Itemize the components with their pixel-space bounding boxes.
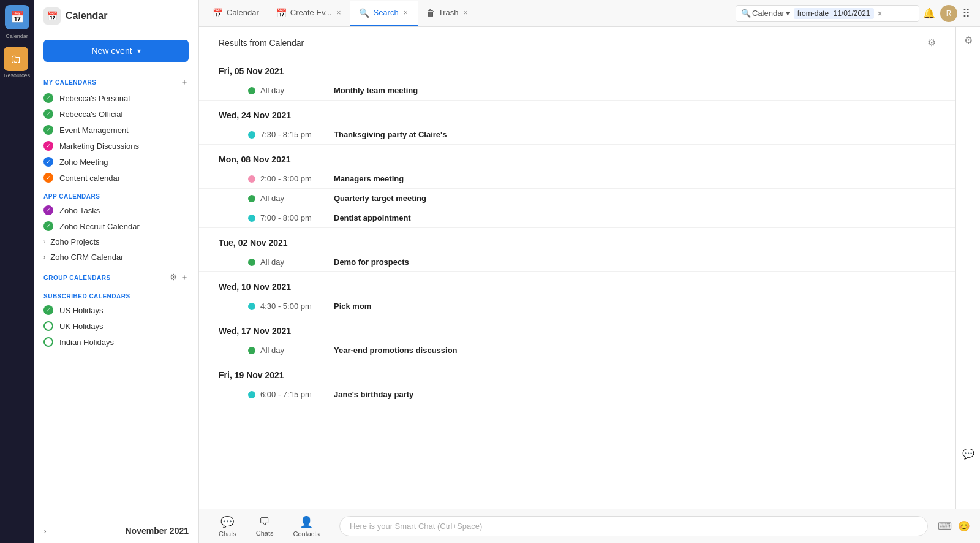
event-name: Managers meeting bbox=[334, 174, 404, 183]
search-box[interactable]: 🔍 Calendar ▾ from-date 11/01/2021 × bbox=[736, 5, 919, 22]
tab-search-close[interactable]: × bbox=[402, 7, 409, 18]
calendar-name: Rebecca's Official bbox=[59, 110, 123, 119]
tab-trash-close[interactable]: × bbox=[462, 7, 469, 18]
grid-icon[interactable]: ⠿ bbox=[962, 7, 970, 20]
month-label: November 2021 bbox=[125, 526, 189, 536]
calendar-dot: ✓ bbox=[43, 157, 53, 167]
event-time-text: All day bbox=[260, 346, 284, 355]
event-row[interactable]: 6:00 - 7:15 pm Jane's birthday party bbox=[199, 385, 956, 404]
event-time-text: 6:00 - 7:15 pm bbox=[260, 390, 312, 399]
event-name: Year-end promotions discussion bbox=[334, 346, 458, 355]
bottom-chats-button[interactable]: 💬 Chats bbox=[209, 512, 246, 541]
event-dot bbox=[248, 131, 255, 139]
event-row[interactable]: All day Monthly team meeting bbox=[199, 81, 956, 101]
event-dot bbox=[248, 87, 255, 94]
results-settings-icon[interactable]: ⚙ bbox=[927, 37, 936, 48]
calendar-item-marketing-discussions[interactable]: ✓ Marketing Discussions bbox=[34, 138, 198, 154]
event-time: All day bbox=[248, 257, 322, 267]
subscribed-calendars-label: SUBSCRIBED CALENDARS bbox=[43, 293, 130, 300]
keyboard-icon[interactable]: ⌨ bbox=[938, 520, 952, 532]
chevron-icon: › bbox=[43, 238, 45, 245]
calendar-item-zoho-projects[interactable]: › Zoho Projects bbox=[34, 234, 198, 249]
month-nav: › November 2021 bbox=[43, 526, 189, 536]
calendar-name: Zoho Tasks bbox=[59, 206, 100, 215]
search-clear-button[interactable]: × bbox=[878, 9, 883, 18]
sidebar-logo: 📅 bbox=[43, 7, 61, 25]
calendar-dot: ✓ bbox=[43, 141, 53, 151]
calendar-item-zoho-meeting[interactable]: ✓ Zoho Meeting bbox=[34, 154, 198, 170]
event-time: All day bbox=[248, 346, 322, 355]
event-row[interactable]: 7:00 - 8:00 pm Dentist appointment bbox=[199, 208, 956, 228]
calendar-name: Indian Holidays bbox=[59, 338, 114, 347]
calendar-item-zoho-recruit[interactable]: ✓ Zoho Recruit Calendar bbox=[34, 218, 198, 234]
group-calendars-icons[interactable]: ⚙ ＋ bbox=[170, 272, 189, 283]
calendar-item-us-holidays[interactable]: ✓ US Holidays bbox=[34, 302, 198, 318]
right-panel-settings-icon[interactable]: ⚙ bbox=[964, 34, 973, 46]
date-heading-0: Fri, 05 Nov 2021 bbox=[199, 56, 956, 81]
event-time-text: 2:00 - 3:00 pm bbox=[260, 174, 312, 183]
event-name: Quarterly target meeting bbox=[334, 194, 426, 203]
calendar-item-rebeccas-official[interactable]: ✓ Rebecca's Official bbox=[34, 106, 198, 122]
event-dot bbox=[248, 303, 255, 310]
new-event-arrow: ▾ bbox=[137, 47, 141, 55]
calendar-name: Event Management bbox=[59, 126, 129, 135]
smart-chat-input[interactable]: Here is your Smart Chat (Ctrl+Space) bbox=[339, 516, 928, 536]
tab-calendar-icon: 📅 bbox=[213, 8, 223, 18]
calendar-name: Content calendar bbox=[59, 173, 120, 183]
calendar-item-uk-holidays[interactable]: UK Holidays bbox=[34, 318, 198, 334]
event-row[interactable]: All day Quarterly target meeting bbox=[199, 189, 956, 208]
tab-trash-label: Trash bbox=[439, 8, 459, 17]
calendar-dot: ✓ bbox=[43, 173, 53, 183]
event-time: All day bbox=[248, 194, 322, 203]
calendar-item-content-calendar[interactable]: ✓ Content calendar bbox=[34, 170, 198, 186]
event-row[interactable]: 4:30 - 5:00 pm Pick mom bbox=[199, 297, 956, 316]
my-calendars-label: MY CALENDARS bbox=[43, 79, 96, 86]
event-row[interactable]: All day Year-end promotions discussion bbox=[199, 341, 956, 360]
bottom-contacts-button[interactable]: 👤 Contacts bbox=[284, 512, 330, 541]
contacts-icon: 👤 bbox=[300, 515, 313, 529]
chats2-label: Chats bbox=[256, 530, 274, 537]
resources-app-icon[interactable]: 🗂 bbox=[4, 47, 28, 71]
event-time-text: 4:30 - 5:00 pm bbox=[260, 302, 312, 311]
calendar-item-zoho-crm[interactable]: › Zoho CRM Calendar bbox=[34, 249, 198, 265]
tab-bar: 📅 Calendar 📅 Create Ev... × 🔍 Search × 🗑… bbox=[199, 0, 980, 27]
right-panel-chat-icon[interactable]: 💬 bbox=[962, 448, 974, 460]
calendar-item-event-management[interactable]: ✓ Event Management bbox=[34, 122, 198, 138]
tab-create-event[interactable]: 📅 Create Ev... × bbox=[268, 1, 351, 26]
event-row[interactable]: 2:00 - 3:00 pm Managers meeting bbox=[199, 169, 956, 189]
date-group-2: Mon, 08 Nov 2021 2:00 - 3:00 pm Managers… bbox=[199, 145, 956, 228]
event-dot bbox=[248, 215, 255, 222]
calendar-item-zoho-tasks[interactable]: ✓ Zoho Tasks bbox=[34, 202, 198, 218]
main-content: 📅 Calendar 📅 Create Ev... × 🔍 Search × 🗑… bbox=[199, 0, 980, 543]
calendar-dot: ✓ bbox=[43, 125, 53, 135]
search-from-date-chip[interactable]: from-date 11/01/2021 bbox=[794, 8, 874, 19]
avatar[interactable]: R bbox=[940, 5, 957, 22]
calendar-name: UK Holidays bbox=[59, 322, 104, 331]
calendar-item-indian-holidays[interactable]: Indian Holidays bbox=[34, 334, 198, 350]
bottom-chats2-button[interactable]: 🗨 Chats bbox=[246, 512, 284, 541]
event-dot bbox=[248, 259, 255, 266]
my-calendars-add-icon[interactable]: ＋ bbox=[180, 77, 189, 88]
new-event-button[interactable]: New event ▾ bbox=[43, 40, 189, 62]
calendar-name: Zoho CRM Calendar bbox=[50, 253, 123, 262]
tab-trash[interactable]: 🗑 Trash × bbox=[418, 1, 478, 26]
calendar-name: Rebecca's Personal bbox=[59, 94, 130, 103]
event-row[interactable]: All day Demo for prospects bbox=[199, 253, 956, 272]
month-prev-icon[interactable]: › bbox=[43, 526, 47, 536]
event-time-text: 7:00 - 8:00 pm bbox=[260, 213, 312, 222]
search-dropdown[interactable]: 🔍 Calendar ▾ bbox=[741, 9, 790, 18]
event-name: Jane's birthday party bbox=[334, 390, 413, 399]
tab-search[interactable]: 🔍 Search × bbox=[350, 1, 417, 26]
tab-calendar[interactable]: 📅 Calendar bbox=[204, 2, 268, 25]
notification-icon[interactable]: 🔔 bbox=[923, 7, 935, 19]
tab-create-event-close[interactable]: × bbox=[335, 7, 342, 18]
from-date-value: 11/01/2021 bbox=[833, 9, 870, 18]
event-row[interactable]: 7:30 - 8:15 pm Thanksgiving party at Cla… bbox=[199, 125, 956, 145]
top-icons: 🔔 R ⠿ bbox=[923, 5, 970, 22]
tab-calendar-label: Calendar bbox=[227, 8, 259, 17]
calendar-app-icon[interactable]: 📅 bbox=[5, 5, 29, 29]
app-calendars-label: APP CALENDARS bbox=[43, 193, 100, 200]
emoji-icon[interactable]: 😊 bbox=[958, 520, 970, 532]
date-heading-1: Wed, 24 Nov 2021 bbox=[199, 101, 956, 125]
calendar-item-rebeccas-personal[interactable]: ✓ Rebecca's Personal bbox=[34, 90, 198, 106]
